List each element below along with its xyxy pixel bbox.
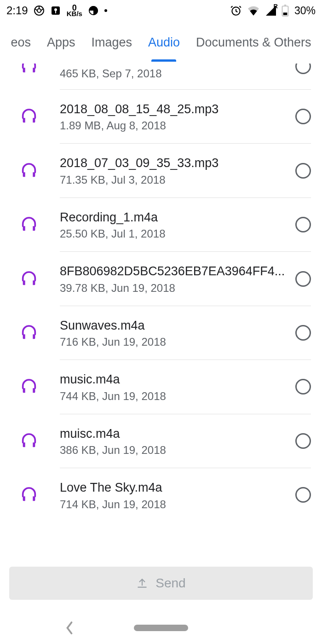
file-name: Sunwaves.m4a: [60, 317, 288, 334]
file-body: Love The Sky.m4a714 KB, Jun 19, 2018: [40, 479, 295, 511]
tab-documents[interactable]: Documents & Others: [194, 24, 313, 61]
headphones-icon: [18, 162, 40, 180]
send-label: Send: [155, 576, 185, 591]
select-radio[interactable]: [295, 217, 311, 232]
list-item[interactable]: Recording_1.m4a25.50 KB, Jul 1, 2018: [0, 198, 322, 251]
file-body: muisc.m4a386 KB, Jun 19, 2018: [40, 425, 295, 457]
status-bar: 2:19 0 KB/s R 30%: [0, 0, 322, 21]
file-meta: 465 KB, Sep 7, 2018: [60, 67, 288, 80]
headphones-icon: [18, 107, 40, 126]
list-item[interactable]: 2018_07_03_09_35_33.mp371.35 KB, Jul 3, …: [0, 144, 322, 197]
select-radio[interactable]: [295, 109, 311, 124]
select-radio[interactable]: [295, 64, 311, 74]
file-meta: 1.89 MB, Aug 8, 2018: [60, 119, 288, 132]
file-meta: 25.50 KB, Jul 1, 2018: [60, 227, 288, 240]
category-tabs: eos Apps Images Audio Documents & Others: [0, 21, 322, 64]
file-name: Love The Sky.m4a: [60, 479, 288, 496]
dot-icon: [104, 9, 107, 12]
file-meta: 386 KB, Jun 19, 2018: [60, 444, 288, 457]
svg-point-3: [54, 8, 57, 11]
headphones-icon: [18, 215, 40, 234]
headphones-icon: [18, 377, 40, 396]
file-list[interactable]: 465 KB, Sep 7, 20182018_08_08_15_48_25.m…: [0, 64, 322, 566]
file-name: music.m4a: [60, 371, 288, 388]
headphones-icon: [18, 64, 40, 75]
file-body: 2018_07_03_09_35_33.mp371.35 KB, Jul 3, …: [40, 155, 295, 186]
select-radio[interactable]: [295, 271, 311, 287]
select-radio[interactable]: [295, 379, 311, 395]
file-meta: 39.78 KB, Jun 19, 2018: [60, 282, 288, 295]
list-item[interactable]: Love The Sky.m4a714 KB, Jun 19, 2018: [0, 468, 322, 522]
tab-videos[interactable]: eos: [9, 24, 33, 61]
list-item[interactable]: music.m4a744 KB, Jun 19, 2018: [0, 360, 322, 413]
select-radio[interactable]: [295, 487, 311, 503]
tab-audio[interactable]: Audio: [146, 24, 182, 61]
maps-icon: [50, 5, 61, 16]
file-name: 2018_08_08_15_48_25.mp3: [60, 101, 288, 117]
file-name: muisc.m4a: [60, 425, 288, 442]
status-left: 2:19 0 KB/s: [6, 4, 107, 17]
battery-icon: [282, 5, 289, 17]
file-meta: 716 KB, Jun 19, 2018: [60, 336, 288, 348]
list-item[interactable]: 465 KB, Sep 7, 2018: [0, 64, 322, 89]
file-body: 2018_08_08_15_48_25.mp31.89 MB, Aug 8, 2…: [40, 101, 295, 132]
list-item[interactable]: muisc.m4a386 KB, Jun 19, 2018: [0, 414, 322, 468]
file-name: 2018_07_03_09_35_33.mp3: [60, 155, 288, 171]
send-button[interactable]: Send: [9, 567, 313, 600]
file-meta: 71.35 KB, Jul 3, 2018: [60, 174, 288, 186]
alarm-icon: [230, 5, 242, 17]
file-meta: 744 KB, Jun 19, 2018: [60, 390, 288, 403]
list-item[interactable]: Sunwaves.m4a716 KB, Jun 19, 2018: [0, 306, 322, 360]
file-body: Recording_1.m4a25.50 KB, Jul 1, 2018: [40, 209, 295, 240]
navigation-bar: [0, 612, 322, 644]
list-item[interactable]: 2018_08_08_15_48_25.mp31.89 MB, Aug 8, 2…: [0, 90, 322, 143]
file-body: 465 KB, Sep 7, 2018: [40, 65, 295, 80]
file-name: Recording_1.m4a: [60, 209, 288, 226]
battery-percent: 30%: [294, 5, 316, 17]
file-body: Sunwaves.m4a716 KB, Jun 19, 2018: [40, 317, 295, 348]
status-right: R 30%: [230, 5, 316, 17]
headphones-icon: [18, 432, 40, 450]
svg-rect-7: [284, 5, 286, 6]
home-pill[interactable]: [134, 625, 188, 631]
headphones-icon: [18, 270, 40, 288]
file-body: music.m4a744 KB, Jun 19, 2018: [40, 371, 295, 402]
tab-images[interactable]: Images: [89, 24, 134, 61]
svg-point-1: [37, 9, 41, 12]
back-button[interactable]: [64, 621, 75, 635]
headphones-icon: [18, 324, 40, 342]
file-name: 8FB806982D5BC5236EB7EA3964FF4...: [60, 263, 288, 279]
signal-icon: R: [265, 6, 276, 16]
select-radio[interactable]: [295, 163, 311, 179]
upload-icon: [136, 577, 148, 589]
network-rate: 0 KB/s: [67, 5, 82, 17]
headphones-icon: [18, 486, 40, 504]
camera-icon: [88, 5, 99, 16]
chrome-icon: [34, 5, 45, 16]
select-radio[interactable]: [295, 325, 311, 341]
clock: 2:19: [6, 4, 28, 17]
tab-apps[interactable]: Apps: [45, 24, 77, 61]
select-radio[interactable]: [295, 433, 311, 449]
svg-rect-8: [283, 12, 288, 15]
file-body: 8FB806982D5BC5236EB7EA3964FF4...39.78 KB…: [40, 263, 295, 294]
wifi-icon: [247, 6, 259, 16]
list-item[interactable]: 8FB806982D5BC5236EB7EA3964FF4...39.78 KB…: [0, 252, 322, 305]
file-meta: 714 KB, Jun 19, 2018: [60, 498, 288, 511]
